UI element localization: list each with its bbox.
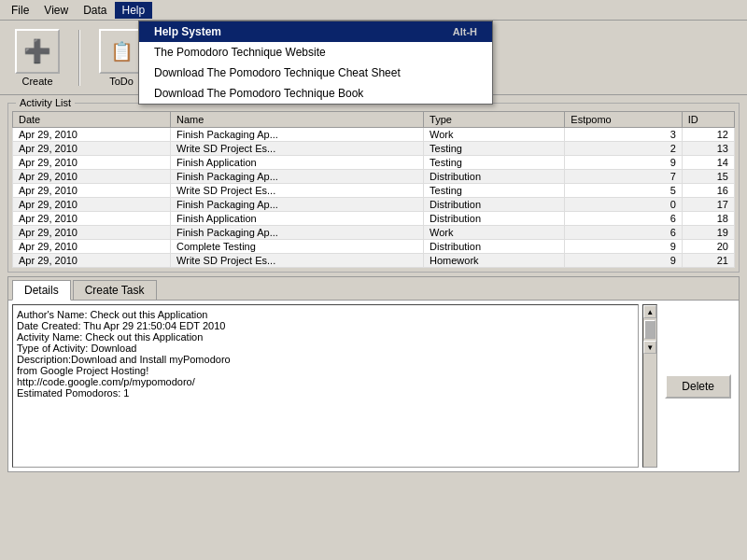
cell-type: Distribution xyxy=(424,212,565,226)
details-text-area: Author's Name: Check out this Applicatio… xyxy=(12,304,639,468)
main-area: Activity List Date Name Type Estpomo ID … xyxy=(0,95,747,560)
table-row[interactable]: Apr 29, 2010 Write SD Project Es... Home… xyxy=(13,254,735,268)
tab-details[interactable]: Details xyxy=(12,280,71,301)
activity-table: Date Name Type Estpomo ID Apr 29, 2010 F… xyxy=(12,111,735,268)
cell-name: Write SD Project Es... xyxy=(171,254,424,268)
table-row[interactable]: Apr 29, 2010 Write SD Project Es... Test… xyxy=(13,142,735,156)
cell-type: Work xyxy=(424,128,565,142)
col-date: Date xyxy=(13,112,171,128)
cell-date: Apr 29, 2010 xyxy=(13,254,171,268)
cell-type: Distribution xyxy=(424,198,565,212)
dropdown-label: Download The Pomodoro Technique Cheat Sh… xyxy=(154,66,401,79)
scroll-up-button[interactable]: ▲ xyxy=(643,305,656,318)
table-row[interactable]: Apr 29, 2010 Finish Application Testing … xyxy=(13,156,735,170)
cell-date: Apr 29, 2010 xyxy=(13,198,171,212)
activity-list-title: Activity List xyxy=(16,97,75,108)
menu-help[interactable]: Help xyxy=(115,2,153,19)
cell-type: Testing xyxy=(424,156,565,170)
cell-name: Write SD Project Es... xyxy=(171,142,424,156)
table-row[interactable]: Apr 29, 2010 Write SD Project Es... Test… xyxy=(13,184,735,198)
cell-id: 12 xyxy=(682,128,734,142)
cell-name: Finish Application xyxy=(171,212,424,226)
cell-id: 19 xyxy=(682,226,734,240)
dropdown-item-cheatsheet[interactable]: Download The Pomodoro Technique Cheat Sh… xyxy=(139,63,492,83)
col-type: Type xyxy=(424,112,565,128)
table-row[interactable]: Apr 29, 2010 Finish Application Distribu… xyxy=(13,212,735,226)
cell-name: Finish Packaging Ap... xyxy=(171,128,424,142)
cell-id: 18 xyxy=(682,212,734,226)
cell-date: Apr 29, 2010 xyxy=(13,184,171,198)
dropdown-item-book[interactable]: Download The Pomodoro Technique Book xyxy=(139,83,492,104)
cell-type: Testing xyxy=(424,184,565,198)
cell-estpomo: 9 xyxy=(565,156,682,170)
cell-date: Apr 29, 2010 xyxy=(13,156,171,170)
cell-estpomo: 6 xyxy=(565,226,682,240)
cell-name: Finish Packaging Ap... xyxy=(171,198,424,212)
right-actions: Delete xyxy=(661,304,735,468)
cell-name: Write SD Project Es... xyxy=(171,184,424,198)
cell-estpomo: 0 xyxy=(565,198,682,212)
delete-button[interactable]: Delete xyxy=(665,374,731,399)
col-id: ID xyxy=(682,112,734,128)
create-button[interactable]: ➕ Create xyxy=(7,25,67,91)
table-row[interactable]: Apr 29, 2010 Finish Packaging Ap... Dist… xyxy=(13,170,735,184)
menu-data[interactable]: Data xyxy=(76,2,114,19)
cell-type: Work xyxy=(424,226,565,240)
cell-id: 16 xyxy=(682,184,734,198)
cell-type: Distribution xyxy=(424,170,565,184)
cell-id: 20 xyxy=(682,240,734,254)
details-content: Author's Name: Check out this Applicatio… xyxy=(17,309,634,399)
cell-name: Finish Application xyxy=(171,156,424,170)
col-estpomo: Estpomo xyxy=(565,112,682,128)
cell-date: Apr 29, 2010 xyxy=(13,240,171,254)
tab-bar: Details Create Task xyxy=(8,277,739,300)
col-name: Name xyxy=(171,112,424,128)
cell-date: Apr 29, 2010 xyxy=(13,170,171,184)
dropdown-item-website[interactable]: The Pomodoro Technique Website xyxy=(139,42,492,63)
todo-icon: 📋 xyxy=(99,29,144,74)
scroll-thumb[interactable] xyxy=(644,320,655,339)
cell-estpomo: 3 xyxy=(565,128,682,142)
cell-estpomo: 9 xyxy=(565,240,682,254)
scroll-down-button[interactable]: ▼ xyxy=(643,341,656,354)
cell-id: 14 xyxy=(682,156,734,170)
create-label: Create xyxy=(21,76,52,87)
activity-list-frame: Activity List Date Name Type Estpomo ID … xyxy=(7,103,740,273)
dropdown-shortcut: Alt-H xyxy=(453,26,477,37)
dropdown-label: Download The Pomodoro Technique Book xyxy=(154,87,363,100)
cell-type: Homework xyxy=(424,254,565,268)
cell-estpomo: 5 xyxy=(565,184,682,198)
cell-name: Finish Packaging Ap... xyxy=(171,226,424,240)
cell-estpomo: 2 xyxy=(565,142,682,156)
menubar: File View Data Help xyxy=(0,0,747,21)
cell-date: Apr 29, 2010 xyxy=(13,128,171,142)
cell-id: 13 xyxy=(682,142,734,156)
cell-name: Finish Packaging Ap... xyxy=(171,170,424,184)
cell-name: Complete Testing xyxy=(171,240,424,254)
table-row[interactable]: Apr 29, 2010 Finish Packaging Ap... Dist… xyxy=(13,198,735,212)
tab-create-task[interactable]: Create Task xyxy=(73,280,157,300)
toolbar-separator xyxy=(78,30,80,86)
cell-type: Testing xyxy=(424,142,565,156)
details-scrollbar[interactable]: ▲ ▼ xyxy=(642,304,657,468)
cell-id: 21 xyxy=(682,254,734,268)
cell-estpomo: 6 xyxy=(565,212,682,226)
create-icon: ➕ xyxy=(15,29,60,74)
table-row[interactable]: Apr 29, 2010 Finish Packaging Ap... Work… xyxy=(13,128,735,142)
cell-type: Distribution xyxy=(424,240,565,254)
menu-file[interactable]: File xyxy=(4,2,36,19)
cell-estpomo: 7 xyxy=(565,170,682,184)
table-row[interactable]: Apr 29, 2010 Complete Testing Distributi… xyxy=(13,240,735,254)
cell-id: 15 xyxy=(682,170,734,184)
cell-date: Apr 29, 2010 xyxy=(13,226,171,240)
table-row[interactable]: Apr 29, 2010 Finish Packaging Ap... Work… xyxy=(13,226,735,240)
cell-date: Apr 29, 2010 xyxy=(13,212,171,226)
cell-estpomo: 9 xyxy=(565,254,682,268)
dropdown-label: The Pomodoro Technique Website xyxy=(154,46,326,59)
cell-date: Apr 29, 2010 xyxy=(13,142,171,156)
dropdown-item-help-system[interactable]: Help System Alt-H xyxy=(139,21,492,42)
dropdown-label: Help System xyxy=(154,25,221,38)
help-dropdown: Help System Alt-H The Pomodoro Technique… xyxy=(138,21,493,105)
todo-label: ToDo xyxy=(109,76,134,87)
menu-view[interactable]: View xyxy=(36,2,76,19)
